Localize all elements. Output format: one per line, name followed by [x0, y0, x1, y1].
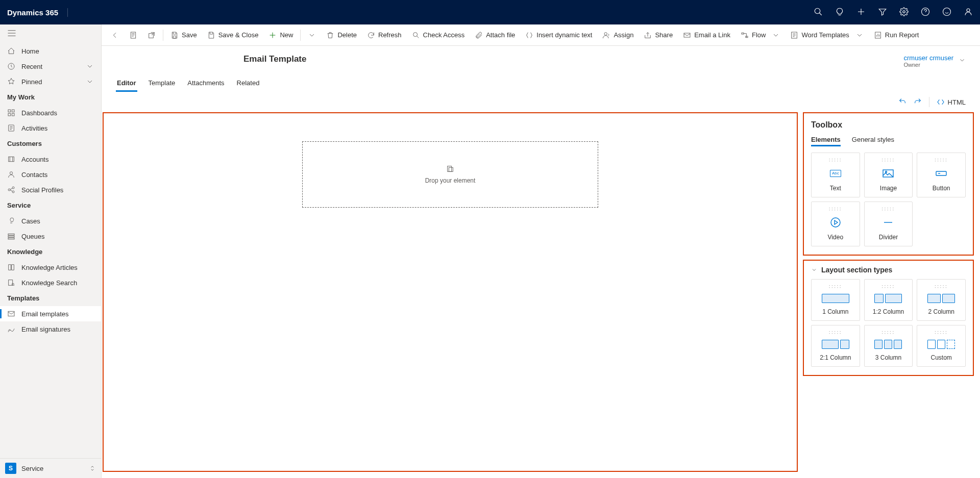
toolbox-tab-elements[interactable]: Elements [811, 136, 841, 146]
owner-name[interactable]: crmuser crmuser [903, 54, 953, 62]
sidebar-item-accounts[interactable]: Accounts [0, 152, 101, 167]
sidebar-item-social[interactable]: Social Profiles [0, 182, 101, 197]
run-report-button[interactable]: Run Report [869, 24, 924, 45]
undo-button[interactable] [898, 97, 906, 107]
editor-content: Drop your element Toolbox Elements Gener… [102, 112, 980, 478]
sidebar-item-recent[interactable]: Recent [0, 59, 101, 74]
svg-rect-6 [8, 110, 11, 112]
new-button[interactable]: New [263, 24, 298, 45]
layout-custom[interactable]: ∙∙∙∙∙∙∙∙∙∙ Custom [917, 325, 966, 367]
delete-button[interactable]: Delete [321, 24, 362, 45]
layout-3-column[interactable]: ∙∙∙∙∙∙∙∙∙∙ 3 Column [864, 325, 913, 367]
html-button[interactable]: HTML [937, 98, 966, 106]
elements-grid: ∙∙∙∙∙∙∙∙∙∙ Abc Text ∙∙∙∙∙∙∙∙∙∙ Image ∙∙∙… [811, 153, 966, 246]
owner-label: Owner [903, 62, 953, 68]
sidebar-area-switcher[interactable]: S Service [0, 458, 101, 478]
svg-rect-21 [8, 311, 14, 316]
grip-icon: ∙∙∙∙∙∙∙∙∙∙ [829, 207, 842, 211]
topbar-right [814, 7, 973, 18]
flow-button[interactable]: Flow [736, 24, 785, 45]
sidebar-header-service: Service [0, 197, 101, 213]
back-button[interactable] [106, 24, 124, 45]
svg-point-36 [831, 218, 840, 227]
svg-rect-8 [8, 113, 11, 116]
sidebar-item-home[interactable]: Home [0, 43, 101, 59]
refresh-button[interactable]: Refresh [362, 24, 407, 45]
element-video[interactable]: ∙∙∙∙∙∙∙∙∙∙ Video [811, 202, 860, 246]
svg-rect-7 [12, 110, 14, 112]
email-link-button[interactable]: Email a Link [678, 24, 736, 45]
element-text[interactable]: ∙∙∙∙∙∙∙∙∙∙ Abc Text [811, 153, 860, 197]
settings-icon[interactable] [899, 7, 909, 18]
area-initial: S [5, 463, 16, 474]
layout-grid: ∙∙∙∙∙∙∙∙∙∙ 1 Column ∙∙∙∙∙∙∙∙∙∙ 1:2 Colum… [811, 279, 966, 367]
drop-zone[interactable]: Drop your element [302, 141, 598, 208]
help-icon[interactable] [921, 7, 930, 18]
hamburger-button[interactable] [0, 24, 101, 43]
smile-icon[interactable] [942, 7, 951, 18]
sidebar-item-activities[interactable]: Activities [0, 120, 101, 136]
sidebar-item-articles[interactable]: Knowledge Articles [0, 260, 101, 275]
svg-rect-9 [12, 113, 14, 116]
svg-rect-31 [448, 166, 452, 172]
plus-icon[interactable] [856, 7, 866, 18]
sidebar-item-search[interactable]: Knowledge Search [0, 275, 101, 290]
owner-block[interactable]: crmuser crmuser Owner [903, 54, 966, 68]
sidebar-item-contacts[interactable]: Contacts [0, 167, 101, 182]
element-image[interactable]: ∙∙∙∙∙∙∙∙∙∙ Image [864, 153, 913, 197]
sidebar-item-queues[interactable]: Queues [0, 229, 101, 244]
grip-icon: ∙∙∙∙∙∙∙∙∙∙ [881, 285, 895, 289]
sidebar-item-pinned[interactable]: Pinned [0, 74, 101, 89]
insert-dynamic-button[interactable]: Insert dynamic text [520, 24, 597, 45]
sidebar-item-email-templates[interactable]: Email templates [0, 306, 101, 321]
sidebar-item-cases[interactable]: Cases [0, 213, 101, 229]
svg-point-14 [12, 187, 14, 189]
toolbox-panel: Toolbox Elements General styles ∙∙∙∙∙∙∙∙… [803, 112, 974, 256]
topbar: Dynamics 365 [0, 0, 980, 24]
popout-icon[interactable] [142, 24, 161, 45]
chevron-down-icon [86, 78, 94, 86]
tab-editor[interactable]: Editor [116, 75, 137, 92]
svg-rect-18 [8, 238, 14, 239]
filter-icon[interactable] [878, 7, 887, 18]
element-button[interactable]: ∙∙∙∙∙∙∙∙∙∙ Button [917, 153, 966, 197]
chevron-down-icon[interactable] [959, 57, 966, 65]
layout-12-column[interactable]: ∙∙∙∙∙∙∙∙∙∙ 1:2 Column [864, 279, 913, 321]
word-templates-button[interactable]: Word Templates [785, 24, 868, 45]
editor-actions: HTML [102, 92, 980, 112]
element-divider[interactable]: ∙∙∙∙∙∙∙∙∙∙ Divider [864, 202, 913, 246]
check-access-button[interactable]: Check Access [407, 24, 470, 45]
search-icon[interactable] [814, 7, 823, 18]
layout-1-column[interactable]: ∙∙∙∙∙∙∙∙∙∙ 1 Column [811, 279, 860, 321]
attach-file-button[interactable]: Attach file [470, 24, 520, 45]
save-close-button[interactable]: Save & Close [202, 24, 264, 45]
sidebar-header-templates: Templates [0, 290, 101, 306]
svg-point-3 [943, 8, 951, 15]
canvas[interactable]: Drop your element [103, 112, 798, 472]
record-icon[interactable] [124, 24, 142, 45]
toolbox-tabs: Elements General styles [811, 136, 966, 146]
svg-point-12 [10, 172, 12, 174]
lightbulb-icon[interactable] [835, 7, 844, 18]
sidebar-item-dashboards[interactable]: Dashboards [0, 105, 101, 120]
new-dropdown[interactable] [303, 24, 321, 45]
sidebar-item-email-signatures[interactable]: Email signatures [0, 321, 101, 337]
assign-button[interactable]: Assign [597, 24, 639, 45]
tab-attachments[interactable]: Attachments [186, 75, 225, 92]
grip-icon: ∙∙∙∙∙∙∙∙∙∙ [829, 285, 842, 289]
svg-rect-22 [131, 32, 135, 38]
layout-header[interactable]: Layout section types [811, 266, 966, 274]
page-header: Email Template crmuser crmuser Owner [102, 46, 980, 72]
tab-template[interactable]: Template [148, 75, 177, 92]
layout-21-column[interactable]: ∙∙∙∙∙∙∙∙∙∙ 2:1 Column [811, 325, 860, 367]
grip-icon: ∙∙∙∙∙∙∙∙∙∙ [935, 158, 948, 162]
share-button[interactable]: Share [639, 24, 678, 45]
svg-rect-26 [684, 33, 690, 37]
toolbox-tab-styles[interactable]: General styles [852, 136, 894, 146]
person-icon[interactable] [964, 7, 973, 18]
tab-related[interactable]: Related [236, 75, 261, 92]
redo-button[interactable] [914, 97, 922, 107]
save-button[interactable]: Save [165, 24, 202, 45]
layout-2-column[interactable]: ∙∙∙∙∙∙∙∙∙∙ 2 Column [917, 279, 966, 321]
grip-icon: ∙∙∙∙∙∙∙∙∙∙ [829, 158, 842, 162]
